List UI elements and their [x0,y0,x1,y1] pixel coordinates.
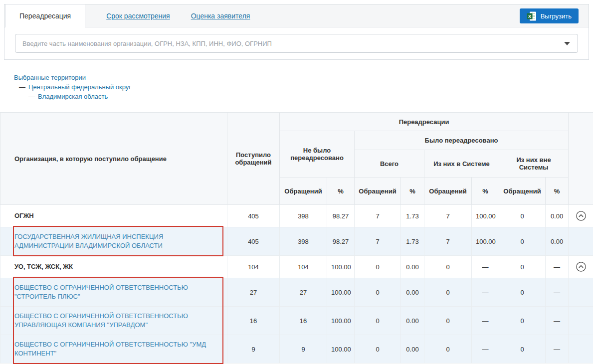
territory-link-federal-district[interactable]: Центральный федеральный округ [28,83,131,91]
territory-link-region[interactable]: Владимирская область [38,93,108,100]
col-header-not-redirected: Не было переадресовано [280,131,355,178]
organization-link[interactable]: ОБЩЕСТВО С ОГРАНИЧЕННОЙ ОТВЕТСТВЕННОСТЬЮ… [14,312,188,329]
col-header-redirections: Переадресации [280,113,569,131]
table-row: ОБЩЕСТВО С ОГРАНИЧЕННОЙ ОТВЕТСТВЕННОСТЬЮ… [0,335,593,364]
svg-text:X: X [528,13,531,18]
col-header-total: Всего [355,150,424,178]
search-row [4,27,589,59]
dash-prefix: — [19,83,25,91]
table-row: УО, ТСЖ, ЖСК, ЖК 104 104 100.00 0 0.00 0… [0,256,593,278]
export-button[interactable]: X Выгрузить [520,8,579,23]
col-header-percent: % [472,178,499,205]
excel-icon: X [527,11,537,21]
table-wrap: Организация, в которую поступило обращен… [0,112,593,364]
col-header-appeals: Обращений [499,178,546,205]
table-row: ГОСУДАРСТВЕННАЯ ЖИЛИЩНАЯ ИНСПЕКЦИЯ АДМИН… [0,227,593,256]
table-row: ОБЩЕСТВО С ОГРАНИЧЕННОЙ ОТВЕТСТВЕННОСТЬЮ… [0,307,593,335]
group-name: УО, ТСЖ, ЖСК, ЖК [0,256,227,278]
collapse-up-icon[interactable] [576,261,587,272]
table-row: ОБЩЕСТВО С ОГРАНИЧЕННОЙ ОТВЕТСТВЕННОСТЬЮ… [0,278,593,307]
col-header-actions [569,113,593,205]
col-header-appeals: Обращений [355,178,401,205]
col-header-received: Поступило обращений [227,113,280,205]
col-header-appeals: Обращений [424,178,472,205]
organization-link[interactable]: ОБЩЕСТВО С ОГРАНИЧЕННОЙ ОТВЕТСТВЕННОСТЬЮ… [14,284,188,300]
tab-redirection[interactable]: Переадресация [5,4,85,27]
col-header-redirected: Было переадресовано [355,131,569,150]
col-header-in-system: Из них в Системе [424,150,499,178]
chevron-down-icon[interactable] [564,42,570,45]
redirections-table: Организация, в которую поступило обращен… [0,112,593,364]
dash-prefix: — [28,93,35,100]
selected-territories: Выбранные территории —Центральный федера… [14,73,593,101]
tab-applicant-rating[interactable]: Оценка заявителя [191,4,250,27]
col-header-percent: % [546,178,569,205]
organization-search-input[interactable] [15,34,578,53]
col-header-percent: % [401,178,424,205]
header-block: Переадресация Срок рассмотрения Оценка з… [4,4,589,60]
territories-title[interactable]: Выбранные территории [14,74,86,81]
col-header-appeals: Обращений [280,178,327,205]
collapse-up-icon[interactable] [576,210,587,221]
table-row: ОГЖН 405 398 98.27 7 1.73 7 100.00 0 0.0… [0,205,593,227]
organization-link[interactable]: ГОСУДАРСТВЕННАЯ ЖИЛИЩНАЯ ИНСПЕКЦИЯ АДМИН… [14,233,163,249]
col-header-organization: Организация, в которую поступило обращен… [0,113,227,205]
tab-bar: Переадресация Срок рассмотрения Оценка з… [4,4,589,27]
group-name: ОГЖН [0,205,227,227]
tab-review-period[interactable]: Срок рассмотрения [106,4,170,27]
organization-link[interactable]: ОБЩЕСТВО С ОГРАНИЧЕННОЙ ОТВЕТСТВЕННОСТЬЮ… [14,341,206,357]
export-button-label: Выгрузить [541,12,572,20]
col-header-out-system: Из них вне Системы [499,150,569,178]
col-header-percent: % [327,178,355,205]
